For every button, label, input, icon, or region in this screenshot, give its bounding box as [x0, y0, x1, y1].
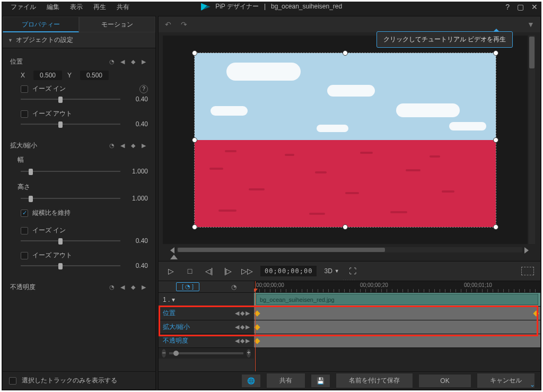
timeline-clip-row[interactable]: bg_ocean_suiheisen_red.jpg [254, 293, 540, 307]
prev-keyframe-icon[interactable]: ◀ [118, 57, 127, 66]
slider-height[interactable] [21, 195, 120, 202]
zoom-out-icon[interactable]: − [162, 349, 166, 358]
btn-cancel[interactable]: キャンセル [477, 373, 535, 388]
undo-icon[interactable]: ↶ [163, 19, 173, 30]
next-keyframe-icon[interactable]: ▶ [139, 57, 148, 66]
menu-file[interactable]: ファイル [5, 1, 41, 14]
zoom-indicator-icon [170, 255, 178, 259]
dropdown-icon[interactable]: ▼ [526, 19, 536, 30]
track-scale[interactable]: 拡大/縮小 [163, 323, 232, 332]
track-position[interactable]: 位置 [163, 309, 232, 318]
track-op-next-icon[interactable]: ▶ [246, 337, 250, 344]
timeline-clip[interactable]: bg_ocean_suiheisen_red.jpg [256, 294, 538, 305]
preview-canvas[interactable] [163, 36, 528, 244]
timeline-row-opacity[interactable] [254, 334, 540, 348]
menu-share[interactable]: 共有 [111, 1, 135, 14]
track-pos-prev-icon[interactable]: ◀ [235, 310, 239, 317]
next-frame-icon[interactable]: |▷ [222, 265, 234, 277]
menu-play[interactable]: 再生 [88, 1, 111, 14]
track-pos-next-icon[interactable]: ▶ [246, 310, 250, 317]
prev-keyframe-scale-icon[interactable]: ◀ [118, 141, 127, 150]
playhead[interactable] [255, 281, 256, 371]
label-show-selected-only: 選択したトラックのみを表示する [22, 376, 117, 385]
input-position-y[interactable]: 0.500 [80, 71, 109, 80]
track-op-add-icon[interactable]: ◆ [240, 337, 244, 344]
add-keyframe-scale-icon[interactable]: ◆ [129, 141, 137, 150]
prev-frame-icon[interactable]: ◁| [203, 265, 215, 277]
input-position-x[interactable]: 0.500 [33, 71, 62, 80]
help-icon[interactable]: ? [505, 3, 510, 11]
title-app: PiP デザイナー [215, 3, 259, 10]
label-pos-ease-out: イーズ アウト [32, 109, 72, 118]
playback-bar: ▷ □ ◁| |▷ ▷▷ 00;00;00;00 3D ▼ ⛶ :::::: [159, 261, 540, 281]
btn-save-as[interactable]: 名前を付けて保存 [336, 373, 413, 388]
fullscreen-icon[interactable]: ⛶ [347, 265, 358, 277]
next-keyframe-scale-icon[interactable]: ▶ [139, 141, 148, 150]
track-scale-next-icon[interactable]: ▶ [246, 324, 250, 330]
section-object-settings[interactable]: オブジェクトの設定 [3, 32, 155, 48]
timeline-mode-clock-icon[interactable]: ◔ [231, 283, 237, 291]
preview-hscroll[interactable] [177, 247, 522, 252]
preview-vscroll[interactable] [529, 36, 535, 244]
play-icon[interactable]: ▷ [165, 265, 177, 277]
timeline-row-scale[interactable] [254, 320, 540, 334]
globe-icon[interactable]: 🌐 [241, 374, 261, 388]
btn-ok[interactable]: OK [418, 374, 471, 388]
fast-forward-icon[interactable]: ▷▷ [241, 265, 253, 277]
slider-scale-ease-out[interactable] [21, 262, 120, 269]
timeline-row-position[interactable] [254, 307, 540, 320]
tab-properties[interactable]: プロパティー [3, 16, 79, 32]
timecode[interactable]: 00;00;00;00 [260, 266, 317, 276]
close-icon[interactable]: ✕ [531, 3, 538, 11]
track-op-prev-icon[interactable]: ◀ [235, 337, 239, 344]
label-keep-aspect: 縦横比を維持 [32, 208, 71, 217]
track-clip-name: 1 . ▾ [163, 296, 247, 303]
hscroll-right-icon[interactable] [524, 247, 529, 254]
btn-share[interactable]: 共有 [266, 373, 305, 388]
tutorial-tooltip[interactable]: クリックしてチュートリアル ビデオを再生 [376, 31, 513, 48]
next-keyframe-opacity-icon[interactable]: ▶ [139, 283, 148, 291]
add-keyframe-opacity-icon[interactable]: ◆ [129, 283, 137, 291]
checkbox-keep-aspect[interactable] [21, 210, 28, 217]
prev-keyframe-opacity-icon[interactable]: ◀ [118, 283, 127, 291]
slider-width[interactable] [21, 168, 120, 175]
timeline-mode-keyframe[interactable]: [ ◔ ] [176, 282, 199, 291]
slider-scale-ease-in[interactable] [21, 237, 120, 245]
hscroll-left-icon[interactable] [170, 247, 174, 254]
pip-object[interactable] [194, 53, 496, 228]
slider-pos-ease-in[interactable] [21, 95, 120, 103]
checkbox-pos-ease-in[interactable] [21, 85, 28, 93]
collapse-preview-icon[interactable]: ⌄ [530, 381, 535, 388]
val-pos-ease-out: 0.40 [126, 120, 148, 128]
checkbox-pos-ease-out[interactable] [21, 110, 28, 118]
save-icon[interactable]: 💾 [311, 374, 330, 388]
stop-icon[interactable]: □ [184, 265, 196, 277]
slider-pos-ease-out[interactable] [21, 120, 120, 128]
track-scale-prev-icon[interactable]: ◀ [235, 324, 239, 330]
stopwatch-opacity-icon[interactable]: ◔ [108, 283, 116, 291]
redo-icon[interactable]: ↷ [179, 19, 189, 30]
menu-edit[interactable]: 編集 [41, 1, 65, 14]
track-pos-add-icon[interactable]: ◆ [240, 310, 244, 317]
add-keyframe-icon[interactable]: ◆ [129, 57, 137, 66]
val-scale-ease-out: 0.40 [126, 262, 148, 269]
timeline-zoom-slider[interactable] [169, 352, 243, 354]
label-scale-ease-out: イーズ アウト [32, 251, 72, 260]
label-opacity: 不透明度 [10, 283, 108, 292]
safe-zone-icon[interactable] [521, 267, 534, 275]
track-opacity[interactable]: 不透明度 [163, 336, 232, 345]
zoom-in-icon[interactable]: + [247, 349, 251, 358]
track-scale-add-icon[interactable]: ◆ [240, 324, 244, 330]
val-scale-ease-in: 0.40 [126, 237, 148, 245]
stopwatch-icon[interactable]: ◔ [108, 57, 116, 66]
stopwatch-scale-icon[interactable]: ◔ [108, 141, 116, 150]
maximize-icon[interactable]: ▢ [517, 3, 524, 11]
checkbox-scale-ease-out[interactable] [21, 252, 28, 259]
help-ease-icon[interactable]: ? [139, 85, 148, 93]
timeline-ruler[interactable]: 00;00;00;00 00;00;00;20 00;00;01;10 [254, 281, 540, 293]
checkbox-scale-ease-in[interactable] [21, 227, 28, 234]
3d-toggle[interactable]: 3D ▼ [324, 267, 339, 275]
tab-motion[interactable]: モーション [79, 16, 155, 32]
menu-view[interactable]: 表示 [65, 1, 88, 14]
checkbox-show-selected-only[interactable] [9, 377, 16, 385]
